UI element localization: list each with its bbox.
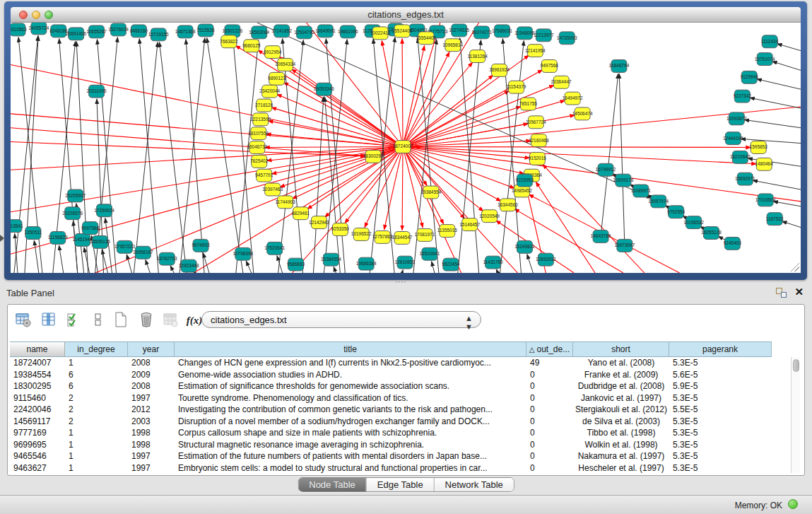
select-columns-icon[interactable] bbox=[64, 311, 84, 329]
graph-edge[interactable] bbox=[126, 255, 131, 273]
graph-edge[interactable] bbox=[146, 260, 150, 273]
graph-edge[interactable] bbox=[134, 42, 158, 273]
graph-edge[interactable] bbox=[741, 139, 801, 143]
graph-edge[interactable] bbox=[403, 147, 529, 158]
float-panel-icon[interactable] bbox=[776, 288, 787, 298]
graph-edge[interactable] bbox=[207, 38, 243, 273]
table-row[interactable]: 1830029562008Estimation of significance … bbox=[10, 380, 787, 392]
table-cell: 5.3E-5 bbox=[669, 357, 772, 369]
graph-edge[interactable] bbox=[402, 270, 403, 273]
table-settings-icon[interactable] bbox=[13, 311, 33, 329]
graph-edge[interactable] bbox=[402, 147, 403, 230]
column-header-year[interactable]: year bbox=[128, 341, 175, 357]
graph-edge[interactable] bbox=[170, 266, 174, 273]
graph-edge[interactable] bbox=[403, 147, 756, 164]
table-row[interactable]: 1872400712008Changes of HCN gene express… bbox=[10, 357, 787, 369]
graph-edge[interactable] bbox=[619, 74, 625, 245]
graph-edge[interactable] bbox=[753, 180, 801, 189]
table-cell: 18300295 bbox=[10, 380, 65, 392]
network-selector-dropdown[interactable]: citations_edges.txt ▲▼ bbox=[201, 311, 481, 328]
graph-edge[interactable] bbox=[496, 221, 574, 273]
graph-edge[interactable] bbox=[34, 240, 38, 273]
graph-edge[interactable] bbox=[11, 128, 365, 156]
graph-edge[interactable] bbox=[773, 201, 801, 206]
graph-edge[interactable] bbox=[186, 40, 204, 273]
graph-edge[interactable] bbox=[11, 114, 403, 147]
table-row[interactable]: 969969511998Structural magnetic resonanc… bbox=[10, 439, 787, 451]
graph-edge[interactable] bbox=[11, 142, 365, 156]
table-cell: 5.6E-5 bbox=[669, 369, 772, 381]
graph-edge[interactable] bbox=[777, 44, 801, 51]
network-graph[interactable]: 9310563240557248248186206914061065528715… bbox=[11, 23, 801, 273]
graph-edge[interactable] bbox=[403, 45, 425, 146]
graph-node-label: 14643789 bbox=[591, 233, 611, 238]
table-row[interactable]: 2242004622012Investigating the contribut… bbox=[10, 404, 787, 416]
tab-network-table[interactable]: Network Table bbox=[435, 478, 514, 491]
graph-node-label: 11156829 bbox=[48, 235, 68, 240]
graph-edge[interactable] bbox=[757, 79, 801, 89]
network-window[interactable]: citations_edges.txt 93105632405572482481… bbox=[4, 1, 807, 280]
graph-edge[interactable] bbox=[496, 269, 498, 273]
graph-edge[interactable] bbox=[403, 141, 531, 146]
show-column-icon[interactable] bbox=[39, 311, 59, 329]
graph-edge[interactable] bbox=[402, 39, 403, 147]
column-header-out_de[interactable]: △out_de... bbox=[526, 341, 573, 357]
tab-node-table[interactable]: Node Table bbox=[298, 478, 367, 491]
graph-node-label: 16055128 bbox=[701, 230, 722, 235]
graph-edge[interactable] bbox=[432, 262, 435, 273]
scrollbar-thumb[interactable] bbox=[793, 359, 799, 372]
graph-edge[interactable] bbox=[160, 42, 187, 273]
graph-node-label: 10397463 bbox=[262, 187, 283, 192]
graph-node-label: 16074271 bbox=[471, 30, 492, 35]
graph-node-label: 17081971 bbox=[415, 232, 435, 237]
table-row[interactable]: 1938455462009Genome-wide association stu… bbox=[10, 369, 787, 381]
table-row[interactable]: 946554611997Estimation of the future num… bbox=[10, 450, 787, 462]
row-height-icon[interactable] bbox=[88, 311, 108, 329]
graph-edge[interactable] bbox=[527, 255, 534, 273]
graph-edge[interactable] bbox=[601, 74, 618, 236]
graph-node-label: 12757863 bbox=[372, 234, 393, 239]
graph-edge[interactable] bbox=[458, 40, 481, 273]
tab-edge-table[interactable]: Edge Table bbox=[367, 478, 435, 491]
table-body[interactable]: 1872400712008Changes of HCN gene express… bbox=[10, 357, 787, 474]
graph-edge[interactable] bbox=[139, 39, 158, 273]
table-row[interactable]: 911546021997Tourette syndrome. Phenomeno… bbox=[10, 392, 787, 404]
table-row[interactable]: 946362711997Embryonic stem cells: a mode… bbox=[10, 462, 787, 474]
graph-edge[interactable] bbox=[334, 267, 336, 273]
graph-edge[interactable] bbox=[180, 38, 205, 273]
graph-edge[interactable] bbox=[750, 98, 801, 108]
column-header-name[interactable]: name bbox=[10, 341, 65, 357]
column-header-pagerank[interactable]: pagerank bbox=[669, 341, 772, 357]
collapsed-panel-arrow-icon[interactable] bbox=[0, 235, 4, 242]
graph-edge[interactable] bbox=[403, 75, 493, 146]
table-type-tabs[interactable]: Node TableEdge TableNetwork Table bbox=[298, 477, 514, 492]
graph-edge[interactable] bbox=[246, 261, 252, 273]
graph-edge[interactable] bbox=[59, 245, 63, 273]
new-file-icon[interactable] bbox=[111, 311, 131, 329]
resize-grip[interactable] bbox=[791, 263, 799, 271]
graph-edge[interactable] bbox=[403, 62, 473, 146]
delete-icon[interactable] bbox=[136, 311, 156, 329]
graph-node-label: 16210643 bbox=[730, 154, 751, 159]
column-header-short[interactable]: short bbox=[573, 341, 669, 357]
graph-edge[interactable] bbox=[403, 147, 524, 174]
graph-edge[interactable] bbox=[772, 62, 801, 71]
close-panel-icon[interactable]: ✕ bbox=[794, 286, 804, 298]
graph-node-label: 8829461 bbox=[292, 211, 310, 216]
vertical-scrollbar[interactable] bbox=[791, 357, 800, 473]
graph-edge[interactable] bbox=[403, 147, 514, 189]
graph-edge[interactable] bbox=[403, 147, 751, 148]
network-canvas[interactable]: 9310563240557248248186206914061065528715… bbox=[11, 23, 801, 273]
table-row[interactable]: 1456911722003Disruption of a novel membe… bbox=[10, 416, 787, 428]
column-header-title[interactable]: title bbox=[175, 341, 526, 357]
graph-edge[interactable] bbox=[73, 221, 78, 273]
graph-node-label: 17957223 bbox=[114, 244, 135, 249]
graph-node-label: 12141954 bbox=[525, 48, 546, 53]
graph-node-label: 17016504 bbox=[755, 197, 776, 202]
window-titlebar[interactable]: citations_edges.txt bbox=[11, 7, 801, 23]
column-header-in_degree[interactable]: in_degree bbox=[65, 341, 128, 357]
graph-edge[interactable] bbox=[744, 119, 801, 127]
graph-edge[interactable] bbox=[782, 221, 801, 228]
graph-edge[interactable] bbox=[265, 147, 403, 148]
table-row[interactable]: 977716911998Corpus callosum shape and si… bbox=[10, 427, 787, 439]
